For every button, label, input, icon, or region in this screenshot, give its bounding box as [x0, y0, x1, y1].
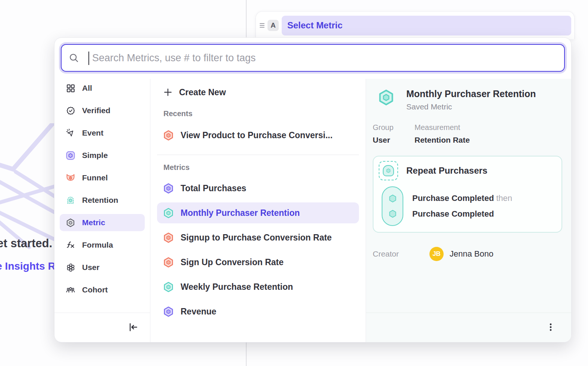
metrics-header: Metrics: [157, 163, 359, 172]
creator-name: Jenna Bono: [450, 249, 493, 259]
recents-header: Recents: [157, 109, 359, 118]
step-hexagon-icon: [388, 194, 397, 203]
metric-detail-panel: Monthly Purchaser Retention Saved Metric…: [366, 79, 571, 342]
sequence-step-2: Purchase Completed: [412, 209, 512, 219]
metric-picker-modal: All Verified: [54, 37, 572, 342]
detail-subtitle: Saved Metric: [406, 102, 536, 111]
collapse-left-icon: [128, 322, 139, 333]
metric-item-weekly-purchase-retention[interactable]: Weekly Purchase Retention: [157, 276, 359, 297]
retention-metric-icon: [163, 207, 174, 219]
sidebar-item-event[interactable]: Event: [60, 124, 145, 142]
metric-item-revenue[interactable]: Revenue: [157, 301, 359, 322]
group-label: Group: [373, 123, 406, 132]
simple-metric-icon: [163, 183, 174, 194]
creator-avatar: JB: [429, 247, 444, 261]
sidebar-item-verified[interactable]: Verified: [60, 102, 145, 119]
sidebar-item-cohort[interactable]: Cohort: [60, 281, 145, 298]
detail-meta: Group User Measurement Retention Rate: [373, 123, 562, 145]
filter-sidebar: All Verified: [54, 79, 150, 342]
behavior-title: Repeat Purchasers: [406, 165, 487, 176]
background-partial-link[interactable]: e Insights Re: [0, 260, 61, 272]
recent-item[interactable]: View Product to Purchase Conversi...: [157, 125, 359, 146]
drag-handle-icon[interactable]: [260, 23, 265, 28]
metric-item-monthly-purchaser-retention[interactable]: Monthly Purchaser Retention: [157, 202, 359, 223]
formula-fx-icon: [66, 240, 75, 250]
retention-icon: [66, 195, 75, 205]
verified-badge-icon: [66, 106, 75, 115]
measurement-value: Retention Rate: [415, 136, 470, 145]
metric-list-column: Create New Recents View Product to Purch…: [150, 79, 366, 342]
simple-chip-icon: [66, 151, 75, 161]
metric-hexagon-icon: [66, 218, 75, 228]
funnel-metric-icon: [163, 130, 174, 141]
select-metric-label: Select Metric: [287, 20, 343, 31]
cohort-people-icon: [66, 285, 75, 295]
section-divider: [157, 155, 359, 155]
detail-header: Monthly Purchaser Retention Saved Metric: [373, 89, 562, 111]
saved-metric-icon: [377, 89, 395, 106]
sidebar-item-formula[interactable]: Formula: [60, 236, 145, 254]
sidebar-footer: [54, 313, 150, 342]
group-value: User: [373, 136, 406, 145]
funnel-icon: [66, 173, 75, 183]
kebab-menu-icon: [546, 322, 556, 332]
metric-item-signup-to-purchase-conversion-rate[interactable]: Signup to Purchase Conversion Rate: [157, 227, 359, 248]
retention-metric-icon: [163, 281, 174, 293]
cursor-click-icon: [66, 128, 75, 138]
sidebar-item-funnel[interactable]: Funnel: [60, 169, 145, 186]
funnel-metric-icon: [163, 257, 174, 268]
sidebar-item-user[interactable]: User: [60, 259, 145, 276]
series-letter-chip: A: [268, 20, 279, 31]
user-cluster-icon: [66, 263, 75, 272]
sidebar-item-simple[interactable]: Simple: [60, 147, 145, 164]
create-new-button[interactable]: Create New: [157, 83, 359, 101]
plus-icon: [163, 87, 173, 97]
metric-item-total-purchases[interactable]: Total Purchases: [157, 178, 359, 199]
grid-icon: [66, 84, 75, 93]
behavior-definition-card: Repeat Purchasers: [373, 156, 562, 233]
sidebar-item-retention[interactable]: Retention: [60, 192, 145, 209]
search-input[interactable]: [62, 45, 564, 71]
detail-title: Monthly Purchaser Retention: [406, 89, 536, 99]
select-metric-button[interactable]: Select Metric: [282, 16, 571, 35]
creator-row: Creator JB Jenna Bono: [373, 247, 562, 261]
background-partial-heading: et started.: [0, 237, 52, 250]
collapse-sidebar-button[interactable]: [125, 319, 141, 336]
creator-label: Creator: [373, 249, 429, 258]
sequence-step-1: Purchase Completed then: [412, 193, 512, 203]
sidebar-item-all[interactable]: All: [60, 80, 145, 97]
detail-footer: [366, 313, 571, 342]
funnel-metric-icon: [163, 232, 174, 244]
simple-metric-icon: [163, 306, 174, 317]
step-hexagon-icon: [388, 209, 397, 218]
behavior-icon: [379, 161, 398, 180]
measurement-label: Measurement: [415, 123, 470, 132]
search-bar: [60, 43, 566, 73]
metric-row-card: A Select Metric: [256, 11, 575, 39]
sidebar-item-metric[interactable]: Metric: [60, 214, 145, 231]
sequence-capsule: [382, 186, 403, 226]
metric-item-sign-up-conversion-rate[interactable]: Sign Up Conversion Rate: [157, 252, 359, 273]
more-options-button[interactable]: [544, 321, 557, 335]
